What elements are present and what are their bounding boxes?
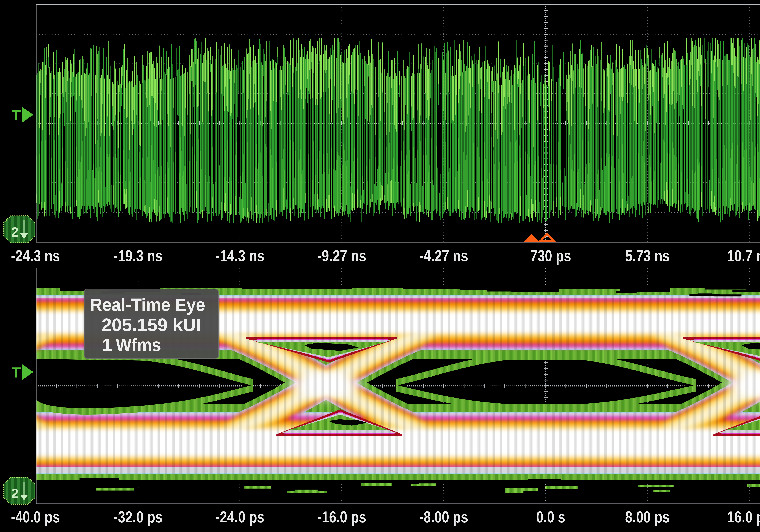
svg-text:5.73 ns: 5.73 ns [625,247,670,265]
svg-text:-14.3 ns: -14.3 ns [215,247,264,265]
svg-text:T: T [12,364,21,381]
svg-text:-40.0 ps: -40.0 ps [11,508,60,526]
svg-text:2: 2 [11,224,19,239]
svg-text:Real-Time Eye: Real-Time Eye [90,295,205,315]
svg-text:730 ps: 730 ps [530,247,571,265]
svg-text:205.159 kUI: 205.159 kUI [102,315,201,335]
svg-text:-4.27 ns: -4.27 ns [419,247,468,265]
svg-text:8.00 ps: 8.00 ps [625,508,670,526]
svg-text:0.0 s: 0.0 s [536,508,565,526]
svg-text:-9.27 ns: -9.27 ns [317,247,366,265]
svg-text:-24.0 ps: -24.0 ps [215,508,264,526]
svg-text:-19.3 ns: -19.3 ns [114,247,163,265]
svg-text:T: T [12,107,21,123]
svg-text:10.7 ns: 10.7 ns [727,247,760,265]
svg-text:1: 1 [102,335,112,355]
svg-text:Wfms: Wfms [116,335,161,355]
svg-text:2: 2 [11,486,19,501]
svg-text:-16.0 ps: -16.0 ps [317,508,366,526]
svg-text:-24.3 ns: -24.3 ns [11,247,60,265]
svg-text:-32.0 ps: -32.0 ps [114,508,163,526]
svg-text:16.0 ps: 16.0 ps [727,508,760,526]
svg-text:-8.00 ps: -8.00 ps [419,508,468,526]
